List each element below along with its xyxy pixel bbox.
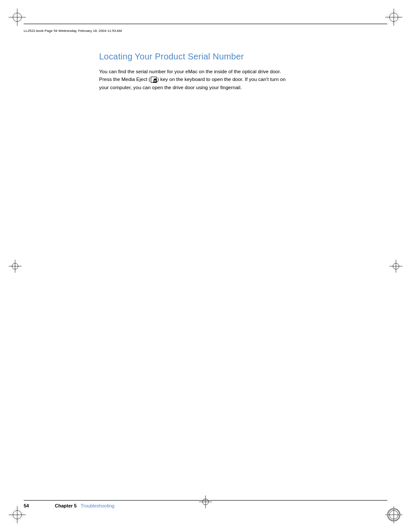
body-text-line2: Press the Media Eject ( bbox=[99, 77, 150, 82]
eject-symbol bbox=[151, 77, 157, 83]
chapter-label: Chapter 5 bbox=[55, 503, 81, 508]
svg-rect-53 bbox=[153, 81, 157, 82]
side-mark-right bbox=[389, 260, 402, 273]
corner-mark-br bbox=[385, 506, 402, 523]
header-bar: LL2522.book Page 54 Wednesday, February … bbox=[24, 24, 387, 34]
body-text-line4: your computer, you can open the drive do… bbox=[99, 85, 242, 90]
svg-marker-52 bbox=[153, 78, 157, 81]
chapter-label-text: Chapter 5 bbox=[55, 503, 77, 508]
main-content: Locating Your Product Serial Number You … bbox=[99, 52, 377, 91]
chapter-name: Troubleshooting bbox=[81, 503, 114, 508]
footer: 54 Chapter 5 Troubleshooting bbox=[24, 500, 387, 508]
body-text-line1: You can find the serial number for your … bbox=[99, 69, 281, 74]
page-number: 54 bbox=[24, 503, 29, 508]
section-title: Locating Your Product Serial Number bbox=[99, 52, 377, 62]
corner-mark-tr bbox=[385, 9, 402, 26]
corner-mark-tl bbox=[9, 9, 26, 26]
corner-mark-bl bbox=[9, 506, 26, 523]
body-paragraph: You can find the serial number for your … bbox=[99, 68, 340, 91]
header-filename: LL2522.book Page 54 Wednesday, February … bbox=[24, 29, 122, 33]
side-mark-left bbox=[9, 260, 22, 273]
page: LL2522.book Page 54 Wednesday, February … bbox=[0, 0, 411, 532]
body-text-line3: ) key on the keyboard to open the door. … bbox=[157, 77, 286, 82]
